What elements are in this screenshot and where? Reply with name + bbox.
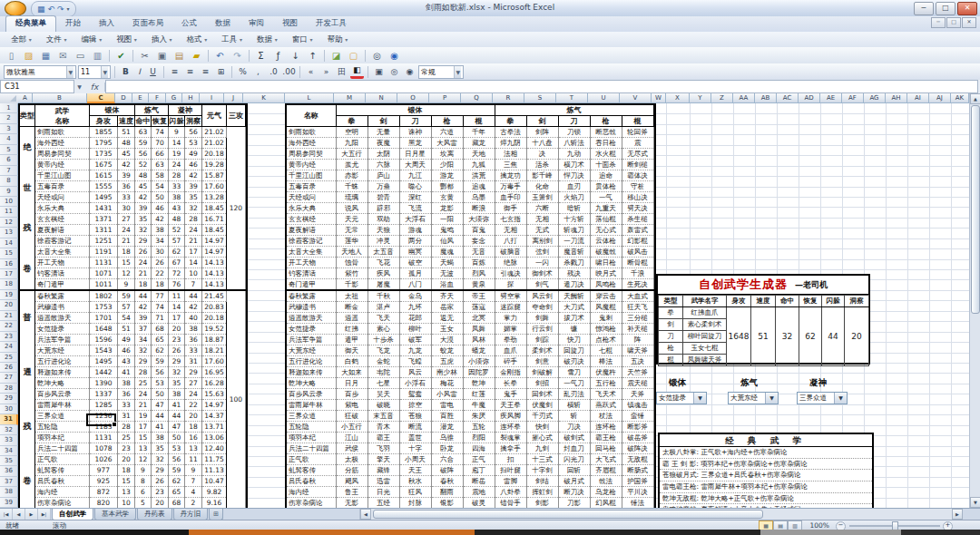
skill-cell[interactable]: 杀戮刀 <box>558 258 590 268</box>
stat-cell[interactable]: 26 <box>152 476 169 487</box>
skill-cell[interactable]: 无音 <box>463 247 495 258</box>
header-sangong[interactable]: 三攻 <box>227 105 246 127</box>
align-center-icon[interactable]: ≡ <box>183 65 197 79</box>
column-header-R[interactable]: R <box>493 93 524 103</box>
martial-name[interactable]: 天经或问 <box>35 192 90 203</box>
gen-stat[interactable]: 32 <box>776 307 799 366</box>
stat-cell[interactable]: 48 <box>118 138 135 149</box>
row-header-12[interactable]: 12 <box>0 218 18 228</box>
column-header-S[interactable]: S <box>524 93 556 103</box>
stat-cell[interactable]: 1735 <box>90 149 118 160</box>
column-header-D[interactable]: D <box>115 93 132 103</box>
skill-cell[interactable]: 红拂 <box>336 324 368 335</box>
skill-cell[interactable]: 刀影 <box>558 498 590 509</box>
skill-cell[interactable]: 映月式 <box>590 268 622 279</box>
skill-cell[interactable]: 蛟龙 <box>431 345 463 356</box>
row-header-2[interactable]: 2 <box>0 113 18 123</box>
skill-cell[interactable]: 双劫 <box>368 214 399 225</box>
martial-name[interactable]: 海外西经 <box>35 138 90 149</box>
gen-type[interactable]: 枪 <box>659 343 683 355</box>
skill-cell[interactable]: 少阳 <box>431 160 463 170</box>
stat-cell[interactable]: 74 <box>152 127 169 138</box>
stat-cell[interactable]: 46 <box>152 203 169 214</box>
martial-name[interactable]: 吕氏春秋 <box>35 476 90 487</box>
stat-cell[interactable]: 49 <box>185 149 202 160</box>
skill-cell[interactable]: 御天 <box>336 345 368 356</box>
stat-cell[interactable]: 18 <box>185 422 202 433</box>
stat-cell[interactable]: 872 <box>90 487 118 498</box>
row-header-7[interactable]: 7 <box>0 166 18 176</box>
martial-name[interactable]: 五轮隐 <box>35 422 90 433</box>
stat-cell[interactable]: 24 <box>118 225 135 236</box>
stat-cell[interactable]: 4 <box>185 487 202 498</box>
skill-cell[interactable]: 乌墨 <box>463 192 495 203</box>
skill-cell[interactable]: 逍遥 <box>336 313 368 324</box>
column-header-J[interactable]: J <box>224 93 243 103</box>
skill-cell[interactable]: 追魂 <box>463 181 495 192</box>
skill-cell[interactable]: 破阵 <box>431 465 463 476</box>
borders-icon[interactable]: 田 <box>335 65 348 79</box>
martial-name[interactable]: 逍遥散游天 <box>35 313 90 324</box>
martial-name[interactable]: 虬髯客传 <box>35 465 90 476</box>
row-header-26[interactable]: 26 <box>0 363 18 373</box>
skill-cell[interactable]: 狂天飞 <box>622 302 653 313</box>
header-weapon-刀[interactable]: 刀 <box>558 116 590 127</box>
paste-icon[interactable]: ▤ <box>172 49 187 63</box>
gen-stat[interactable]: 51 <box>751 307 776 366</box>
column-header-G[interactable]: G <box>166 93 182 103</box>
skill-cell[interactable]: 疾风 <box>368 268 399 279</box>
gen-header-类型[interactable]: 类型 <box>659 296 683 307</box>
mail-icon[interactable]: ✉ <box>55 49 71 63</box>
stat-cell[interactable]: 16.95 <box>202 367 227 378</box>
skill-cell[interactable]: 千影 <box>336 279 368 291</box>
chevron-down-icon[interactable]: ▼ <box>66 66 74 78</box>
stat-cell[interactable]: 10 <box>118 498 135 509</box>
skill-cell[interactable]: 霸体决 <box>622 170 653 181</box>
skill-cell[interactable]: 乌龙枪 <box>590 487 622 498</box>
zoom-icon[interactable]: ◎ <box>369 49 385 63</box>
row-header-24[interactable]: 24 <box>0 342 18 352</box>
martial-name[interactable]: 逍遥散游天 <box>287 313 336 324</box>
skill-cell[interactable]: 黑龙 <box>399 138 431 149</box>
stat-cell[interactable]: 13.28 <box>202 192 227 203</box>
skill-cell[interactable]: 八卦拳 <box>495 487 526 498</box>
skill-cell[interactable]: 断流 <box>399 422 431 433</box>
martial-name[interactable]: 释迦如来传 <box>35 367 90 378</box>
martial-name[interactable]: 兵法二十四篇 <box>35 443 90 454</box>
menu-视图[interactable]: 视图 ▾ <box>109 33 144 47</box>
stat-cell[interactable]: 29 <box>135 356 152 367</box>
skill-cell[interactable]: 飞龙 <box>368 345 399 356</box>
skill-cell[interactable]: 断岳 <box>463 476 495 487</box>
stat-cell[interactable]: 32 <box>152 454 169 465</box>
martial-name[interactable]: 正气歌 <box>287 454 336 465</box>
gen-type[interactable]: 剑 <box>659 319 683 331</box>
type-绝世残卷[interactable]: 绝世残卷 <box>20 127 35 291</box>
vertical-scroll-thumb[interactable] <box>971 105 980 314</box>
skill-cell[interactable]: 轮回斧 <box>622 127 653 138</box>
column-header-AH[interactable]: AH <box>886 93 907 103</box>
skill-cell[interactable]: 洪荒 <box>463 170 495 181</box>
row-header-19[interactable]: 19 <box>0 290 18 300</box>
skill-cell[interactable]: 五决 <box>622 356 653 367</box>
skill-cell[interactable]: 空明 <box>336 127 368 138</box>
skill-cell[interactable]: 一阳 <box>431 214 463 225</box>
skill-cell[interactable]: 盖世 <box>399 433 431 443</box>
menu-插入[interactable]: 插入 ▾ <box>144 33 180 47</box>
row-header-17[interactable]: 17 <box>0 269 18 279</box>
stat-cell[interactable]: 1026 <box>90 454 118 465</box>
ribbon-tab-视图[interactable]: 视图 <box>273 16 307 32</box>
stat-cell[interactable]: 28 <box>135 367 152 378</box>
skill-cell[interactable]: 烈风 <box>463 268 495 279</box>
skill-cell[interactable]: 回斩 <box>558 465 590 476</box>
skill-cell[interactable]: 北冥 <box>463 313 495 324</box>
stat-cell[interactable]: 9 <box>135 465 152 476</box>
ribbon-tab-开发工具[interactable]: 开发工具 <box>307 16 356 32</box>
gen-name[interactable]: 柳叶回旋刀 <box>683 331 727 343</box>
stat-cell[interactable]: 26 <box>152 258 169 268</box>
stat-cell[interactable]: 21 <box>118 236 135 247</box>
help-icon[interactable]: ◉ <box>387 49 402 63</box>
new-icon[interactable]: ▯ <box>4 49 19 63</box>
stat-cell[interactable]: 13 <box>118 487 135 498</box>
stat-cell[interactable]: 1555 <box>90 181 118 192</box>
martial-name[interactable]: 春秋繁露 <box>35 290 90 302</box>
